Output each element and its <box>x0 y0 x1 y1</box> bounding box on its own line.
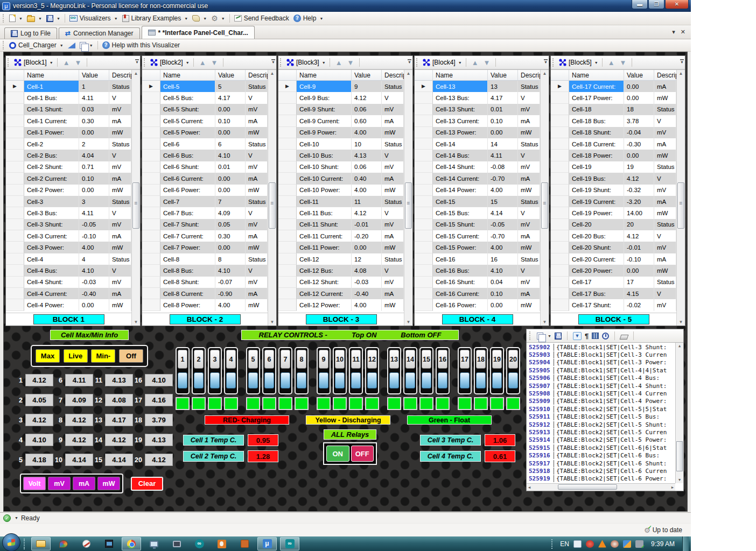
relay-switch[interactable]: 11 <box>349 347 363 394</box>
table-row[interactable]: ▶ Cell-12 Shunt: -0.03 mV <box>278 277 404 288</box>
row-header[interactable]: ▶ <box>551 138 569 150</box>
table-row[interactable]: ▶ Cell-9 Shunt: 0.06 mV <box>278 104 404 115</box>
duplicate-button[interactable]: ▼ <box>78 41 95 50</box>
table-row[interactable]: ▶ Cell-15 Current: -0.70 mA <box>415 230 540 242</box>
row-header[interactable]: ▶ <box>278 127 297 138</box>
row-header[interactable]: ▶ <box>142 161 160 173</box>
row-header[interactable]: ▶ <box>551 265 569 276</box>
table-row[interactable]: ▶ Cell-20 Current: -0.10 mA <box>551 253 676 265</box>
row-header[interactable]: ▶ <box>551 242 569 253</box>
row-header[interactable]: ▶ <box>551 127 569 138</box>
save-button[interactable]: ▼ <box>44 14 62 23</box>
row-header[interactable]: ▶ <box>6 219 24 230</box>
relay-slider-thumb[interactable] <box>438 372 447 388</box>
table-row[interactable]: ▶ Cell-19 Current: -3.20 mA <box>551 196 676 207</box>
table-row[interactable]: ▶ Cell-10 Shunt: 0.06 mV <box>278 161 404 173</box>
row-header[interactable]: ▶ <box>551 207 569 218</box>
tab-interface-panel[interactable]: * *Interface Panel-Cell_Char... <box>142 26 255 39</box>
row-header[interactable]: ▶ <box>551 253 569 265</box>
table-row[interactable]: ▶ Cell-19 Shunt: -0.32 mV <box>551 185 676 196</box>
row-header[interactable]: ▶ <box>415 242 433 253</box>
log-vertical-scrollbar[interactable]: ▲ ▼ <box>675 343 683 483</box>
table-row[interactable]: ▶ Cell-15 Shunt: -0.05 mV <box>415 219 540 230</box>
open-file-button[interactable]: ▼ <box>25 14 44 23</box>
scroll-left-icon[interactable]: ◀ <box>528 485 530 490</box>
vertical-scrollbar[interactable]: ▲ ▼ <box>540 70 549 326</box>
relay-switch[interactable]: 19 <box>490 347 504 394</box>
table-row[interactable]: ▶ Cell-11 Shunt: -0.01 mV <box>278 219 404 230</box>
copy-icon[interactable] <box>537 333 543 340</box>
relay-slider-thumb[interactable] <box>367 372 377 388</box>
maxmin-mode-button[interactable]: Max <box>36 349 60 363</box>
table-row[interactable]: ▶ Cell-20 20 Status <box>551 219 676 230</box>
table-row[interactable]: ▶ Cell-7 Current: 0.30 mA <box>142 230 268 242</box>
row-header[interactable]: ▶ <box>278 138 297 150</box>
taskbar-display-settings-icon[interactable] <box>144 537 164 550</box>
relay-slider-thumb[interactable] <box>351 372 361 388</box>
scroll-down-icon[interactable]: ▼ <box>541 320 549 324</box>
scroll-down-icon[interactable]: ▼ <box>268 320 276 324</box>
scroll-up-icon[interactable]: ▲ <box>132 71 140 76</box>
row-header[interactable]: ▶ <box>142 127 160 138</box>
vertical-scrollbar[interactable]: ▲ ▼ <box>268 70 276 326</box>
table-row[interactable]: ▶ Cell-9 Power: 4.00 mW <box>278 127 404 138</box>
table-row[interactable]: ▶ Cell-3 Shunt: -0.05 mV <box>6 219 131 230</box>
row-header[interactable]: ▶ <box>6 150 24 161</box>
row-header[interactable]: ▶ <box>415 138 433 150</box>
scroll-up-icon[interactable]: ▲ <box>404 71 412 76</box>
table-row[interactable]: ▶ Cell-8 Shunt: -0.07 mV <box>142 277 268 288</box>
scrollbar-thumb[interactable] <box>677 182 684 229</box>
visualizer-help-button[interactable]: ?Help with this Visualizer <box>100 40 183 50</box>
row-header[interactable]: ▶ <box>142 104 160 115</box>
table-row[interactable]: ▶ Cell-5 Bus: 4.17 V <box>142 92 268 103</box>
row-header[interactable]: ▶ <box>278 242 297 253</box>
row-header[interactable]: ▶ <box>551 150 569 161</box>
move-down-button[interactable]: ▼ <box>73 59 83 67</box>
taskbar-media-player-icon[interactable] <box>76 537 96 550</box>
table-row[interactable]: ▶ Cell-3 Current: -0.10 mA <box>6 230 131 242</box>
toolbar-overflow-button[interactable]: ▼ <box>271 59 275 64</box>
relay-switch[interactable]: 16 <box>436 347 450 394</box>
table-row[interactable]: ▶ Cell-13 13 Status <box>415 81 540 92</box>
scroll-up-icon[interactable]: ▲ <box>677 71 685 76</box>
row-header[interactable]: ▶ <box>6 185 24 196</box>
relay-slider-thumb[interactable] <box>281 372 290 388</box>
row-header[interactable]: ▶ <box>6 242 24 253</box>
start-button[interactable] <box>2 533 20 551</box>
table-row[interactable]: ▶ Cell-19 19 Status <box>551 161 676 173</box>
relay-switch[interactable]: 17 <box>458 347 472 394</box>
row-header[interactable]: ▶ <box>6 196 24 207</box>
tab-list-dropdown[interactable]: ▾ <box>672 29 675 36</box>
table-row[interactable]: ▶ Cell-4 Power: 0.00 mW <box>6 299 131 310</box>
table-row[interactable]: ▶ Cell-12 Power: 4.00 mW <box>278 299 404 310</box>
toolbar-overflow-button[interactable]: ▼ <box>408 59 411 64</box>
row-header[interactable]: ▶ <box>415 81 433 92</box>
new-file-button[interactable]: ▼ <box>7 13 25 23</box>
status-dropdown[interactable]: ▼ <box>15 516 18 520</box>
save-log-icon[interactable] <box>555 333 562 340</box>
taskbar-explorer-icon[interactable] <box>31 537 51 550</box>
table-row[interactable]: ▶ Cell-14 Current: -0.70 mA <box>415 173 540 184</box>
show-desktop-button[interactable] <box>682 536 689 551</box>
table-row[interactable]: ▶ Cell-17 Bus: 4.15 V <box>551 288 676 299</box>
all-relays-off-button[interactable]: OFF <box>351 446 374 462</box>
taskbar-chrome-icon[interactable] <box>122 537 141 550</box>
table-row[interactable]: ▶ Cell-16 Current: 0.10 mA <box>415 288 540 299</box>
relay-switch[interactable]: 14 <box>403 347 417 394</box>
row-header[interactable]: ▶ <box>278 150 297 161</box>
toolbar-overflow-button[interactable]: ▼ <box>544 59 548 64</box>
library-examples-button[interactable]: Library Examples▼ <box>120 13 191 23</box>
row-header[interactable]: ▶ <box>415 265 433 276</box>
relay-slider-thumb[interactable] <box>194 372 204 388</box>
table-row[interactable]: ▶ Cell-15 Power: 4.00 mW <box>415 242 540 253</box>
table-row[interactable]: ▶ Cell-11 Current: -0.20 mA <box>278 230 404 242</box>
row-header[interactable]: ▶ <box>142 185 160 196</box>
vertical-scrollbar[interactable]: ▲ ▼ <box>676 70 685 326</box>
row-header[interactable]: ▶ <box>6 299 24 310</box>
table-row[interactable]: ▶ Cell-4 4 Status <box>6 253 131 265</box>
relay-switch[interactable]: 20 <box>506 347 520 394</box>
relay-switch[interactable]: 18 <box>474 347 488 394</box>
scroll-down-icon[interactable]: ▼ <box>404 320 412 324</box>
table-row[interactable]: ▶ Cell-6 Power: 0.00 mW <box>142 185 268 196</box>
maxmin-mode-button[interactable]: Live <box>64 349 88 363</box>
